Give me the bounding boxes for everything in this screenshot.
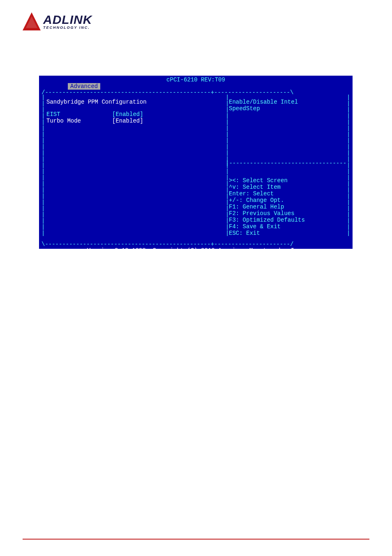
page-footer-line [23,539,369,540]
bios-footer: Version 2.10.1208. Copyright (C) 2010 Am… [39,247,353,255]
key-change-opt: +/-: Change Opt. [229,197,348,204]
bios-tab-bar: Advanced [39,83,353,90]
key-f1: F1: General Help [229,204,348,210]
key-enter: Enter: Select [229,190,348,197]
help-line-2: SpeedStep [229,105,348,112]
key-f4: F4: Save & Exit [229,223,348,230]
setting-turbo-mode[interactable]: Turbo Mode [Enabled] [46,118,221,124]
key-esc: ESC: Exit [229,230,348,236]
section-title: Sandybridge PPM Configuration [46,99,221,105]
bios-left-pane: Sandybridge PPM Configuration EIST [Enab… [40,95,225,241]
key-select-item: ^v: Select Item [229,184,348,190]
border-bottom: \---------------------------------------… [39,241,353,247]
logo-main-text: ADLINK [43,14,92,26]
setting-label: Turbo Mode [46,118,112,124]
key-f2: F2: Previous Values [229,210,348,217]
logo-triangle-icon [23,12,41,30]
key-select-screen: ><: Select Screen [229,177,348,184]
setting-value: [Enabled] [112,118,143,124]
border-top: /---------------------------------------… [39,90,353,95]
tab-advanced[interactable]: Advanced [68,83,100,90]
help-line-1: Enable/Disable Intel [229,99,348,105]
setting-label: EIST [46,111,112,118]
bios-right-pane: Enable/Disable Intel SpeedStep ><: Selec… [225,95,353,241]
bios-body: Sandybridge PPM Configuration EIST [Enab… [39,95,353,241]
key-f3: F3: Optimized Defaults [229,217,348,223]
help-text: Enable/Disable Intel SpeedStep [229,99,348,160]
brand-logo: ADLINK TECHNOLOGY INC. [23,12,92,30]
border-left: ||||||||||||||||||||||| [42,95,45,237]
logo-text: ADLINK TECHNOLOGY INC. [43,14,92,30]
bios-title: cPCI-6210 REV:T09 [39,76,353,83]
setting-value: [Enabled] [112,111,143,118]
bios-window: cPCI-6210 REV:T09 Advanced /------------… [39,76,353,249]
logo-sub-text: TECHNOLOGY INC. [43,26,92,30]
setting-eist[interactable]: EIST [Enabled] [46,111,221,118]
key-legend: ><: Select Screen ^v: Select Item Enter:… [229,177,348,238]
